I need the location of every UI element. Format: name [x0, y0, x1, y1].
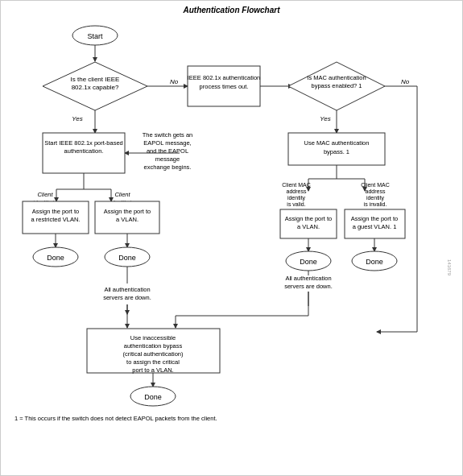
done3-label: Done: [300, 258, 317, 266]
yes2-label: Yes: [320, 115, 330, 122]
alldown1-line2: servers are down.: [103, 294, 151, 301]
vlan2-line2: a VLAN.: [297, 223, 320, 230]
no2-label: No: [400, 78, 409, 85]
mac-valid-label3: identity: [287, 195, 305, 201]
q1-line2: 802.1x capable?: [71, 84, 118, 91]
mac-valid-label: Client MAC: [282, 182, 310, 188]
inaccessible-line5: port to a VLAN.: [132, 366, 173, 374]
eapol-line2: EAPOL message,: [143, 139, 191, 147]
flowchart-container: Authentication Flowchart Start Is the cl…: [0, 0, 463, 476]
mac-invalid-label4: is invalid.: [363, 201, 387, 207]
ieee-auth-line1: Start IEEE 802.1x port-based: [44, 139, 123, 147]
no1-label: No: [169, 78, 178, 85]
done5-label: Done: [144, 393, 162, 401]
start-label: Start: [87, 32, 103, 40]
mac-invalid-label: Client MAC: [361, 182, 389, 188]
mac-invalid-label3: identity: [366, 195, 384, 201]
chart-title: Authentication Flowchart: [1, 1, 462, 18]
flowchart-svg: Start Is the client IEEE 802.1x capable?…: [6, 18, 457, 459]
q1-line1: Is the client IEEE: [70, 76, 119, 83]
q3-line1: Is MAC authentication: [307, 74, 366, 81]
alldown2-line2: servers are down.: [284, 283, 333, 290]
svg-line-43: [167, 306, 308, 332]
mac-bypass-line2: bypass. 1: [323, 148, 349, 155]
vlan2-line1: Assign the port to: [284, 215, 331, 222]
guest-vlan-line2: a guest VLAN. 1: [352, 223, 396, 230]
client-valid-label: Client: [114, 191, 130, 198]
done4-label: Done: [366, 258, 383, 266]
eapol-line5: exchange begins.: [143, 163, 191, 171]
eapol-line4: message: [155, 155, 179, 163]
inaccessible-line1: Use inaccessible: [130, 334, 175, 341]
vlan1-line1: Assign the port to: [103, 208, 150, 215]
inaccessible-line4: to assign the critical: [126, 358, 180, 366]
restricted-line1: Assign the port to: [31, 208, 78, 215]
mac-bypass-line1: Use MAC authentication: [304, 139, 369, 147]
eapol-line1: The switch gets an: [142, 131, 192, 139]
footnote-text: 1 = This occurs if the switch does not d…: [14, 415, 217, 422]
alldown2-line1: All authentication: [285, 275, 331, 282]
vlan1-line2: a VLAN.: [116, 216, 138, 223]
alldown1-line1: All authentication: [104, 286, 150, 293]
eapol-line3: and the EAPOL: [146, 147, 188, 155]
mac-valid-label4: is valid.: [287, 201, 305, 207]
inaccessible-line3: (critical authentication): [122, 350, 184, 358]
mac-invalid-label2: address: [365, 188, 385, 194]
guest-vlan-line1: Assign the port to: [350, 215, 397, 222]
restricted-line2: a restricted VLAN.: [31, 216, 80, 223]
q2-line2: process times out.: [199, 83, 248, 90]
mac-valid-label2: address: [286, 188, 306, 194]
ieee-auth-line2: authentication.: [64, 147, 103, 155]
inaccessible-line2: authentication bypass: [123, 342, 182, 350]
q3-line2: bypass enabled? 1: [311, 82, 362, 89]
q2-line1: IEEE 802.1x authentication: [187, 74, 259, 81]
done1-label: Done: [47, 254, 64, 262]
client-invalid-label: Client: [37, 191, 53, 198]
watermark: 141679: [447, 259, 452, 276]
done2-label: Done: [118, 254, 136, 262]
yes1-label: Yes: [72, 115, 82, 122]
